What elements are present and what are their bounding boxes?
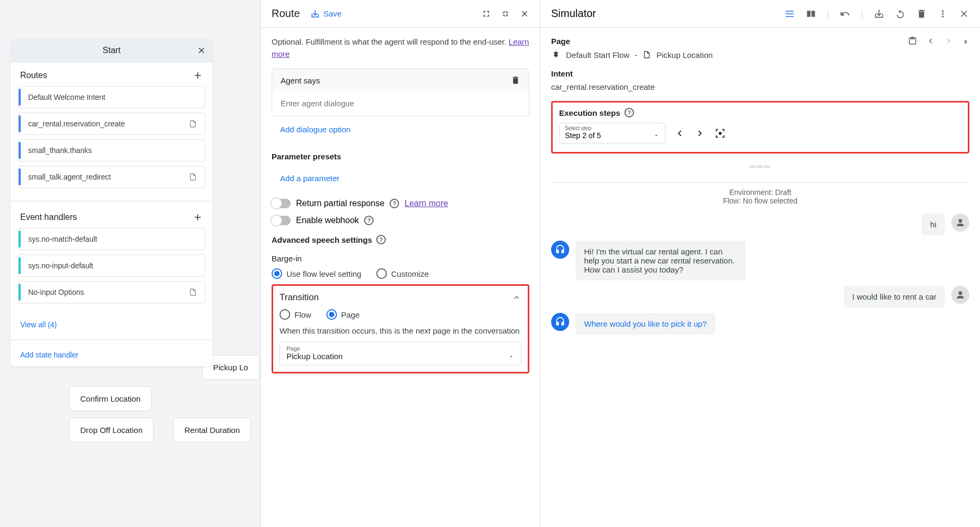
clipboard-icon[interactable]	[908, 36, 917, 46]
add-route-icon[interactable]	[192, 70, 203, 81]
page-breadcrumb: Default Start Flow - Pickup Location	[551, 50, 969, 60]
page-section-label: Page	[551, 37, 570, 46]
intent-value: car_rental.reservation_create	[551, 82, 969, 91]
add-dialogue-button[interactable]: Add dialogue option	[272, 116, 529, 142]
simulator-header: Simulator | |	[540, 0, 980, 28]
agent-avatar-icon	[551, 241, 569, 259]
node-rental[interactable]: Rental Duration	[173, 418, 251, 443]
event-item[interactable]: No-input Options	[18, 281, 205, 303]
event-item[interactable]: sys.no-input-default	[18, 254, 205, 277]
node-confirm[interactable]: Confirm Location	[69, 386, 151, 411]
view-split-icon[interactable]	[806, 8, 816, 19]
reset-icon[interactable]	[895, 8, 906, 19]
expand-icon[interactable]	[481, 9, 491, 19]
collapse-icon[interactable]	[501, 9, 510, 19]
transition-label: Transition	[280, 292, 319, 303]
events-label: Event handlers	[20, 212, 77, 222]
intent-section-label: Intent	[551, 69, 969, 78]
delete-icon[interactable]	[511, 75, 520, 85]
route-header: Route Save	[261, 0, 540, 28]
step-prev-icon[interactable]	[674, 128, 686, 139]
routes-label: Routes	[20, 71, 47, 80]
chevron-right-icon[interactable]	[944, 36, 953, 46]
page-select[interactable]: Page Pickup Location	[280, 342, 521, 366]
help-icon[interactable]: ?	[624, 108, 634, 117]
barge-customize-radio[interactable]: Customize	[376, 268, 429, 279]
chat-user-msg: hi	[551, 214, 969, 235]
simulator-title: Simulator	[551, 7, 596, 20]
param-presets-label: Parameter presets	[272, 152, 529, 161]
chat-agent-msg: Where would you like to pick it up?	[551, 313, 969, 335]
download-icon[interactable]	[874, 8, 884, 19]
chevron-left-icon[interactable]	[926, 36, 935, 46]
undo-icon[interactable]	[840, 8, 850, 19]
transition-desc: When this transition occurs, this is the…	[280, 326, 521, 335]
webhook-toggle[interactable]	[272, 216, 291, 225]
transition-page-radio[interactable]: Page	[326, 309, 360, 320]
route-item[interactable]: Default Welcome Intent	[18, 86, 205, 108]
learn-more-link[interactable]: Learn more	[404, 199, 448, 208]
barge-in-label: Barge-in	[272, 254, 529, 263]
node-dropoff[interactable]: Drop Off Location	[69, 418, 154, 443]
partial-response-label: Return partial response	[296, 199, 384, 208]
route-item[interactable]: small_thank.thanks	[18, 139, 205, 162]
agent-says-label: Agent says	[281, 76, 320, 85]
route-title: Route	[272, 7, 300, 20]
route-panel: Route Save Optional. Fulfillment is what…	[260, 0, 540, 527]
webhook-label: Enable webhook	[296, 216, 359, 225]
page-icon	[189, 120, 197, 128]
start-page-card: Start Routes Default Welcome Intent car_…	[11, 38, 213, 367]
more-icon[interactable]	[937, 8, 948, 19]
simulator-panel: Simulator | | Page Default Start	[540, 0, 980, 527]
route-item[interactable]: car_rental.reservation_create	[18, 113, 205, 135]
collapse-caret-icon[interactable]	[962, 37, 969, 45]
help-icon[interactable]: ?	[390, 199, 399, 208]
step-select[interactable]: Select step Step 2 of 5	[559, 123, 665, 143]
close-icon[interactable]	[197, 46, 206, 55]
execution-steps-label: Execution steps	[559, 108, 620, 117]
event-item[interactable]: sys.no-match-default	[18, 228, 205, 250]
user-avatar-icon	[951, 286, 969, 304]
transition-flow-radio[interactable]: Flow	[280, 309, 311, 320]
page-icon	[189, 288, 197, 296]
start-header: Start	[11, 38, 213, 63]
close-icon[interactable]	[959, 8, 969, 19]
help-icon[interactable]: ?	[364, 216, 374, 225]
view-all-link[interactable]: View all (4)	[11, 313, 213, 336]
routes-list: Default Welcome Intent car_rental.reserv…	[11, 86, 213, 198]
add-state-handler-link[interactable]: Add state handler	[11, 343, 213, 367]
focus-icon[interactable]	[714, 128, 726, 139]
agent-says-box: Agent says	[272, 69, 529, 116]
speech-settings-label: Advanced speech settings	[272, 235, 372, 244]
start-title: Start	[103, 46, 121, 55]
events-section-header: Event handlers	[11, 205, 213, 228]
save-button[interactable]: Save	[310, 9, 341, 19]
page-icon	[189, 173, 197, 181]
fulfillment-desc: Optional. Fulfillment is what the agent …	[272, 36, 529, 60]
agent-avatar-icon	[551, 313, 569, 331]
user-avatar-icon	[951, 214, 969, 232]
chat-context: Environment: Draft Flow: No flow selecte…	[551, 182, 969, 205]
close-icon[interactable]	[520, 9, 529, 19]
chat-agent-msg: Hi! I'm the virtual car rental agent. I …	[551, 241, 969, 280]
chat-user-msg: I would like to rent a car	[551, 286, 969, 308]
delete-icon[interactable]	[916, 8, 927, 19]
execution-steps-section: Execution steps ? Select step Step 2 of …	[551, 101, 969, 154]
flow-canvas: Pickup Lo Confirm Location Drop Off Loca…	[0, 0, 260, 527]
add-event-icon[interactable]	[192, 212, 203, 223]
transition-section: Transition Flow Page When this transitio…	[272, 284, 529, 373]
add-parameter-button[interactable]: Add a parameter	[272, 165, 529, 191]
agent-dialogue-input[interactable]	[281, 99, 520, 108]
step-next-icon[interactable]	[694, 128, 706, 139]
view-list-icon[interactable]	[784, 8, 795, 19]
routes-section-header: Routes	[11, 63, 213, 86]
chevron-up-icon[interactable]	[512, 293, 521, 302]
barge-flow-radio[interactable]: Use flow level setting	[272, 268, 361, 279]
help-icon[interactable]: ?	[376, 235, 386, 244]
partial-response-toggle[interactable]	[272, 199, 291, 208]
route-item[interactable]: small_talk.agent_redirect	[18, 166, 205, 188]
events-list: sys.no-match-default sys.no-input-defaul…	[11, 228, 213, 313]
